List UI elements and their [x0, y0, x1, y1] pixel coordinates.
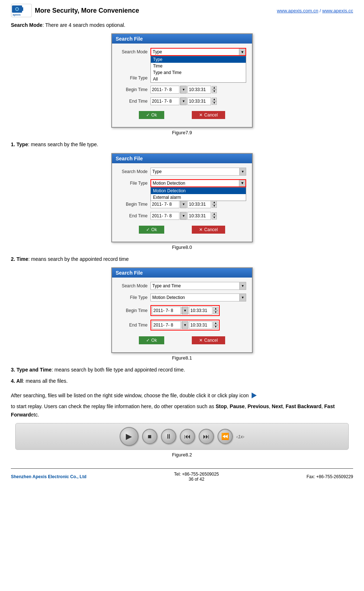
figure81-filetype-arrow[interactable]: ▼ [239, 294, 246, 301]
logo-area: apexis [11, 4, 32, 17]
figure80-begintime-time[interactable] [187, 200, 211, 208]
figure79-searchmode-arrow[interactable]: ▼ [239, 49, 245, 55]
figure79-begintime-time[interactable] [187, 86, 211, 94]
footer-right: Fax: +86-755-26509229 [307, 474, 353, 479]
play-button[interactable]: ▶ [120, 427, 138, 446]
figure80-begintime-date[interactable] [150, 200, 179, 208]
figure79-endtime-date-arrow[interactable]: ▼ [180, 97, 187, 105]
figure80-begintime-up[interactable]: ▲ [212, 201, 217, 204]
figure80-filetype-input[interactable] [151, 181, 239, 186]
figure79-cancel-button[interactable]: Cancel [192, 111, 225, 119]
figure81-begintime-spinner[interactable]: ▲ ▼ [213, 307, 218, 314]
figure81-filetype-select[interactable]: Motion Detection ▼ [150, 294, 246, 301]
figure79-endtime-label: End Time [118, 99, 150, 104]
figure79-dropdown-all[interactable]: All [151, 76, 246, 82]
figure80-endtime-spinner[interactable]: ▲ ▼ [212, 212, 217, 219]
figure80-searchmode-arrow[interactable]: ▼ [239, 168, 246, 175]
figure81-cancel-xicon [199, 338, 203, 343]
figure81-searchmode-arrow[interactable]: ▼ [239, 282, 246, 290]
figure79-begintime-date[interactable] [150, 86, 179, 94]
figure79-begintime-date-arrow[interactable]: ▼ [180, 86, 187, 94]
figure80-endtime-up[interactable]: ▲ [212, 212, 217, 216]
footer: Shenzhen Apexis Electronic Co., Ltd Tel:… [11, 468, 353, 482]
svg-point-3 [16, 8, 18, 10]
figure80-endtime-date-arrow[interactable]: ▼ [180, 212, 187, 220]
figure79-dropdown-type[interactable]: Type [151, 56, 246, 63]
figure79-begintime-down[interactable]: ▼ [212, 90, 217, 93]
figure80-filetype-row: File Type ▼ Motion Detection External al… [118, 179, 246, 187]
figure79-endtime-spinner[interactable]: ▲ ▼ [212, 98, 217, 105]
figure81-begintime-time[interactable] [189, 307, 212, 315]
figure81-endtime-date-arrow[interactable]: ▼ [182, 321, 188, 329]
figure81-endtime-date[interactable] [152, 321, 181, 329]
figure81-begintime-date[interactable] [152, 307, 181, 315]
figure79-ok-button[interactable]: Ok [139, 111, 164, 119]
next-button[interactable]: ⏭ [199, 429, 214, 444]
figure79-begintime-spinner[interactable]: ▲ ▼ [212, 86, 217, 93]
figure81-ok-button[interactable]: Ok [139, 336, 164, 344]
fast-backward-button[interactable]: ⏪ [218, 429, 233, 444]
figure79-container: Search File Search Mode ▼ Type Time T [11, 33, 353, 139]
figure80-dropdown-motion[interactable]: Motion Detection [151, 188, 246, 194]
pause-bold: Pause [230, 403, 245, 409]
figure79-endtime-time[interactable] [187, 97, 211, 105]
footer-company: Shenzhen Apexis Electronic Co., Ltd [11, 474, 86, 479]
figure79-endtime-up[interactable]: ▲ [212, 98, 217, 101]
figure82-caption: Figure8.2 [172, 452, 192, 457]
figure80-cancel-button[interactable]: Cancel [192, 226, 225, 234]
figure81-endtime-spinner[interactable]: ▲ ▼ [213, 321, 218, 329]
figure79-searchmode-input[interactable] [151, 49, 239, 54]
figure80-begintime-down[interactable]: ▼ [212, 204, 217, 208]
next-icon: ⏭ [203, 433, 210, 440]
figure79-dropdown-time[interactable]: Time [151, 63, 246, 69]
figure81-cancel-button[interactable]: Cancel [192, 336, 225, 344]
figure79-endtime-down[interactable]: ▼ [212, 101, 217, 105]
figure80-endtime-time[interactable] [187, 212, 211, 220]
figure80-searchmode-row: Search Mode Type ▼ [118, 168, 246, 176]
figure81-endtime-down[interactable]: ▼ [213, 325, 218, 329]
figure81-body: Search Mode Type and Time ▼ File Type Mo… [112, 278, 252, 352]
figure81-searchmode-val: Type and Time [151, 283, 239, 288]
figure80-container: Search File Search Mode Type ▼ File Type [11, 153, 353, 254]
figure79-endtime-date[interactable] [150, 97, 179, 105]
figure80-endtime-date[interactable] [150, 212, 179, 220]
header-links: www.apexis.com.cn / www.apexis.cc [277, 8, 353, 13]
type-and-time-text: : means search by both file type and app… [51, 367, 185, 373]
figure81-endtime-up[interactable]: ▲ [213, 321, 218, 325]
figure80-searchmode-select[interactable]: Type ▼ [150, 168, 246, 176]
figure81-endtime-label: End Time [118, 323, 150, 328]
link-apexis-cc[interactable]: www.apexis.cc [322, 8, 353, 13]
figure80-endtime-down[interactable]: ▼ [212, 216, 217, 219]
figure79-begintime-up[interactable]: ▲ [212, 86, 217, 90]
stop-button[interactable]: ■ [142, 429, 157, 444]
figure81-begintime-date-arrow[interactable]: ▼ [182, 307, 188, 315]
figure81-begintime-down[interactable]: ▼ [213, 311, 218, 314]
figure79-buttons: Ok Cancel [118, 109, 246, 123]
figure80-begintime-label: Begin Time [118, 202, 150, 207]
figure80-filetype-dropdown: Motion Detection External alarm [150, 187, 246, 201]
figure80-ok-button[interactable]: Ok [139, 226, 164, 234]
link-apexis-cn[interactable]: www.apexis.com.cn [277, 8, 318, 13]
figure79-body: Search Mode ▼ Type Time Type and Time Al… [112, 44, 252, 127]
svg-rect-4 [21, 7, 23, 11]
figure80-dropdown-external[interactable]: External alarm [151, 194, 246, 201]
figure81-endtime-time[interactable] [189, 321, 212, 329]
figure80-filetype-field[interactable]: ▼ [150, 179, 246, 187]
figure80-filetype-arrow[interactable]: ▼ [239, 180, 245, 186]
figure81-begintime-up[interactable]: ▲ [213, 307, 218, 311]
figure79-begintime-field: ▼ ▲ ▼ [150, 86, 217, 94]
figure80-begintime-date-arrow[interactable]: ▼ [180, 200, 187, 208]
pause-button[interactable]: ⏸ [161, 429, 176, 444]
previous-button[interactable]: ⏮ [180, 429, 195, 444]
figure80-searchmode-val: Type [151, 169, 239, 174]
figure80-begintime-spinner[interactable]: ▲ ▼ [212, 201, 217, 208]
footer-tel: +86-755-26509025 [182, 472, 219, 477]
figure80-filetype-combo[interactable]: ▼ Motion Detection External alarm [150, 179, 246, 187]
figure79-dropdown-typetime[interactable]: Type and Time [151, 69, 246, 76]
figure79-searchmode-combo[interactable]: ▼ Type Time Type and Time All [150, 48, 246, 56]
figure81-searchmode-select[interactable]: Type and Time ▼ [150, 282, 246, 290]
figure79-endtime-field: ▼ ▲ ▼ [150, 97, 217, 105]
search-mode-label: Search Mode [11, 22, 42, 28]
figure79-searchmode-field[interactable]: ▼ [150, 48, 246, 56]
figure80-begintime-field: ▼ ▲ ▼ [150, 200, 217, 208]
